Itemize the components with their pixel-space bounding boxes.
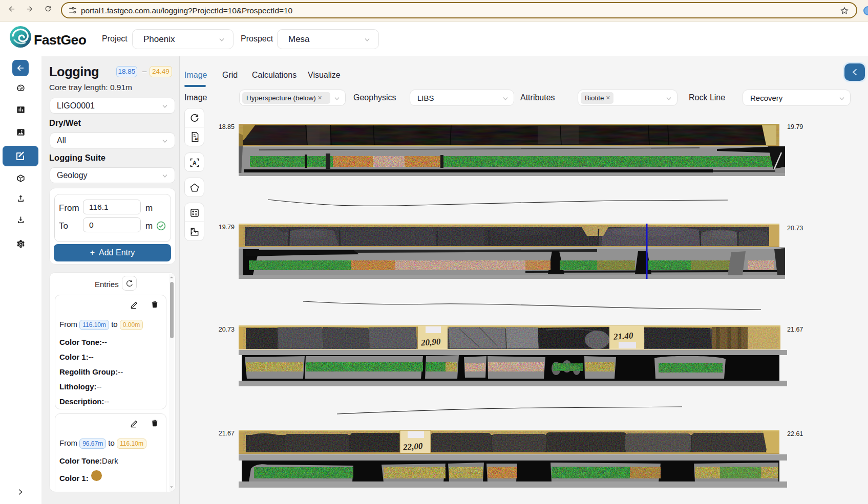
svg-text:20,90: 20,90: [420, 337, 441, 348]
svg-text:22,00: 22,00: [403, 441, 424, 452]
svg-text:21.40: 21.40: [612, 331, 633, 342]
